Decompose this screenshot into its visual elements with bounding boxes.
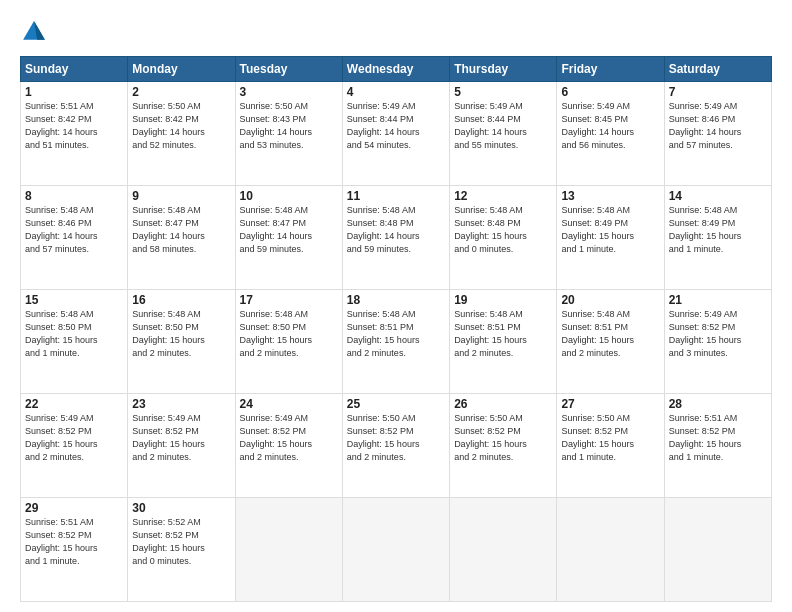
- day-info: Sunrise: 5:48 AM Sunset: 8:50 PM Dayligh…: [25, 308, 123, 360]
- day-number: 23: [132, 397, 230, 411]
- day-number: 26: [454, 397, 552, 411]
- day-number: 13: [561, 189, 659, 203]
- day-info: Sunrise: 5:48 AM Sunset: 8:48 PM Dayligh…: [454, 204, 552, 256]
- day-number: 16: [132, 293, 230, 307]
- calendar-cell: 15Sunrise: 5:48 AM Sunset: 8:50 PM Dayli…: [21, 290, 128, 394]
- calendar-cell: [342, 498, 449, 602]
- day-number: 22: [25, 397, 123, 411]
- day-info: Sunrise: 5:51 AM Sunset: 8:52 PM Dayligh…: [669, 412, 767, 464]
- day-info: Sunrise: 5:49 AM Sunset: 8:52 PM Dayligh…: [25, 412, 123, 464]
- calendar-cell: 28Sunrise: 5:51 AM Sunset: 8:52 PM Dayli…: [664, 394, 771, 498]
- day-number: 28: [669, 397, 767, 411]
- day-info: Sunrise: 5:52 AM Sunset: 8:52 PM Dayligh…: [132, 516, 230, 568]
- day-info: Sunrise: 5:48 AM Sunset: 8:50 PM Dayligh…: [132, 308, 230, 360]
- day-number: 3: [240, 85, 338, 99]
- calendar-cell: 29Sunrise: 5:51 AM Sunset: 8:52 PM Dayli…: [21, 498, 128, 602]
- day-info: Sunrise: 5:48 AM Sunset: 8:46 PM Dayligh…: [25, 204, 123, 256]
- calendar-cell: 10Sunrise: 5:48 AM Sunset: 8:47 PM Dayli…: [235, 186, 342, 290]
- calendar-cell: 17Sunrise: 5:48 AM Sunset: 8:50 PM Dayli…: [235, 290, 342, 394]
- day-info: Sunrise: 5:48 AM Sunset: 8:50 PM Dayligh…: [240, 308, 338, 360]
- day-number: 4: [347, 85, 445, 99]
- day-number: 14: [669, 189, 767, 203]
- calendar-cell: 13Sunrise: 5:48 AM Sunset: 8:49 PM Dayli…: [557, 186, 664, 290]
- calendar-cell: 9Sunrise: 5:48 AM Sunset: 8:47 PM Daylig…: [128, 186, 235, 290]
- day-number: 30: [132, 501, 230, 515]
- day-number: 2: [132, 85, 230, 99]
- day-info: Sunrise: 5:50 AM Sunset: 8:52 PM Dayligh…: [454, 412, 552, 464]
- calendar-cell: 5Sunrise: 5:49 AM Sunset: 8:44 PM Daylig…: [450, 82, 557, 186]
- day-info: Sunrise: 5:48 AM Sunset: 8:51 PM Dayligh…: [454, 308, 552, 360]
- header: [20, 18, 772, 46]
- col-header-monday: Monday: [128, 57, 235, 82]
- day-info: Sunrise: 5:48 AM Sunset: 8:51 PM Dayligh…: [347, 308, 445, 360]
- day-number: 20: [561, 293, 659, 307]
- day-info: Sunrise: 5:49 AM Sunset: 8:45 PM Dayligh…: [561, 100, 659, 152]
- day-info: Sunrise: 5:48 AM Sunset: 8:49 PM Dayligh…: [669, 204, 767, 256]
- day-number: 11: [347, 189, 445, 203]
- day-number: 21: [669, 293, 767, 307]
- day-number: 27: [561, 397, 659, 411]
- calendar-table: SundayMondayTuesdayWednesdayThursdayFrid…: [20, 56, 772, 602]
- calendar-cell: 11Sunrise: 5:48 AM Sunset: 8:48 PM Dayli…: [342, 186, 449, 290]
- calendar-cell: 23Sunrise: 5:49 AM Sunset: 8:52 PM Dayli…: [128, 394, 235, 498]
- calendar-cell: [557, 498, 664, 602]
- day-info: Sunrise: 5:51 AM Sunset: 8:52 PM Dayligh…: [25, 516, 123, 568]
- calendar-cell: 30Sunrise: 5:52 AM Sunset: 8:52 PM Dayli…: [128, 498, 235, 602]
- col-header-tuesday: Tuesday: [235, 57, 342, 82]
- day-number: 15: [25, 293, 123, 307]
- day-info: Sunrise: 5:49 AM Sunset: 8:52 PM Dayligh…: [132, 412, 230, 464]
- day-number: 1: [25, 85, 123, 99]
- calendar-cell: [235, 498, 342, 602]
- day-info: Sunrise: 5:49 AM Sunset: 8:44 PM Dayligh…: [454, 100, 552, 152]
- calendar-cell: 24Sunrise: 5:49 AM Sunset: 8:52 PM Dayli…: [235, 394, 342, 498]
- calendar-cell: 22Sunrise: 5:49 AM Sunset: 8:52 PM Dayli…: [21, 394, 128, 498]
- day-number: 24: [240, 397, 338, 411]
- logo: [20, 18, 52, 46]
- calendar-cell: 12Sunrise: 5:48 AM Sunset: 8:48 PM Dayli…: [450, 186, 557, 290]
- logo-icon: [20, 18, 48, 46]
- calendar-cell: 14Sunrise: 5:48 AM Sunset: 8:49 PM Dayli…: [664, 186, 771, 290]
- calendar-cell: 4Sunrise: 5:49 AM Sunset: 8:44 PM Daylig…: [342, 82, 449, 186]
- day-info: Sunrise: 5:48 AM Sunset: 8:49 PM Dayligh…: [561, 204, 659, 256]
- day-info: Sunrise: 5:50 AM Sunset: 8:42 PM Dayligh…: [132, 100, 230, 152]
- calendar-cell: 25Sunrise: 5:50 AM Sunset: 8:52 PM Dayli…: [342, 394, 449, 498]
- day-info: Sunrise: 5:48 AM Sunset: 8:48 PM Dayligh…: [347, 204, 445, 256]
- day-info: Sunrise: 5:49 AM Sunset: 8:44 PM Dayligh…: [347, 100, 445, 152]
- day-number: 12: [454, 189, 552, 203]
- day-number: 25: [347, 397, 445, 411]
- day-info: Sunrise: 5:49 AM Sunset: 8:52 PM Dayligh…: [240, 412, 338, 464]
- day-number: 29: [25, 501, 123, 515]
- day-number: 6: [561, 85, 659, 99]
- col-header-saturday: Saturday: [664, 57, 771, 82]
- col-header-thursday: Thursday: [450, 57, 557, 82]
- calendar-cell: 27Sunrise: 5:50 AM Sunset: 8:52 PM Dayli…: [557, 394, 664, 498]
- day-info: Sunrise: 5:51 AM Sunset: 8:42 PM Dayligh…: [25, 100, 123, 152]
- day-number: 18: [347, 293, 445, 307]
- day-info: Sunrise: 5:49 AM Sunset: 8:52 PM Dayligh…: [669, 308, 767, 360]
- calendar-cell: 6Sunrise: 5:49 AM Sunset: 8:45 PM Daylig…: [557, 82, 664, 186]
- calendar-cell: 2Sunrise: 5:50 AM Sunset: 8:42 PM Daylig…: [128, 82, 235, 186]
- calendar-cell: 19Sunrise: 5:48 AM Sunset: 8:51 PM Dayli…: [450, 290, 557, 394]
- day-info: Sunrise: 5:50 AM Sunset: 8:52 PM Dayligh…: [561, 412, 659, 464]
- day-info: Sunrise: 5:48 AM Sunset: 8:47 PM Dayligh…: [240, 204, 338, 256]
- calendar-cell: 1Sunrise: 5:51 AM Sunset: 8:42 PM Daylig…: [21, 82, 128, 186]
- day-info: Sunrise: 5:50 AM Sunset: 8:43 PM Dayligh…: [240, 100, 338, 152]
- calendar-cell: 7Sunrise: 5:49 AM Sunset: 8:46 PM Daylig…: [664, 82, 771, 186]
- day-number: 10: [240, 189, 338, 203]
- calendar-cell: 8Sunrise: 5:48 AM Sunset: 8:46 PM Daylig…: [21, 186, 128, 290]
- calendar-cell: [664, 498, 771, 602]
- calendar-cell: 16Sunrise: 5:48 AM Sunset: 8:50 PM Dayli…: [128, 290, 235, 394]
- calendar-cell: 3Sunrise: 5:50 AM Sunset: 8:43 PM Daylig…: [235, 82, 342, 186]
- day-info: Sunrise: 5:50 AM Sunset: 8:52 PM Dayligh…: [347, 412, 445, 464]
- calendar-cell: 18Sunrise: 5:48 AM Sunset: 8:51 PM Dayli…: [342, 290, 449, 394]
- page: SundayMondayTuesdayWednesdayThursdayFrid…: [0, 0, 792, 612]
- day-number: 17: [240, 293, 338, 307]
- calendar-cell: 20Sunrise: 5:48 AM Sunset: 8:51 PM Dayli…: [557, 290, 664, 394]
- day-number: 8: [25, 189, 123, 203]
- day-number: 9: [132, 189, 230, 203]
- day-info: Sunrise: 5:49 AM Sunset: 8:46 PM Dayligh…: [669, 100, 767, 152]
- calendar-cell: [450, 498, 557, 602]
- col-header-friday: Friday: [557, 57, 664, 82]
- day-number: 19: [454, 293, 552, 307]
- col-header-wednesday: Wednesday: [342, 57, 449, 82]
